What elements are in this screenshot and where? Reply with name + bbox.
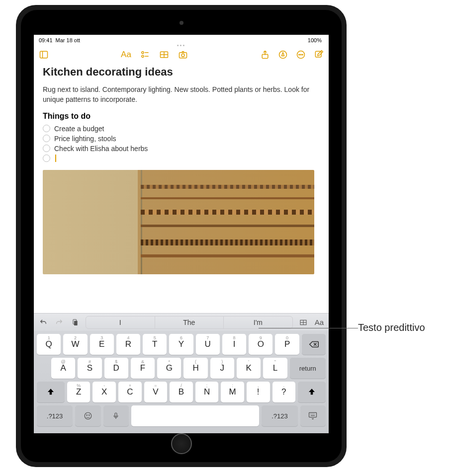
- redo-icon[interactable]: [55, 318, 64, 327]
- check-circle-icon[interactable]: [43, 135, 50, 142]
- keyboard: 1Q 2W 3E 4R 5T 6Y 7U 8I 9O 0P @A #S $D: [34, 331, 329, 433]
- key-shift-right[interactable]: [298, 382, 326, 402]
- key-o[interactable]: 9O: [249, 334, 272, 355]
- key-question[interactable]: .?: [272, 382, 296, 402]
- svg-point-5: [142, 52, 144, 54]
- check-circle-icon[interactable]: [43, 155, 50, 162]
- svg-rect-32: [309, 412, 317, 417]
- checklist-item[interactable]: Check with Elisha about herbs: [43, 144, 320, 154]
- key-r[interactable]: 4R: [116, 334, 140, 355]
- callout-label: Testo predittivo: [358, 322, 425, 333]
- key-q[interactable]: 1Q: [37, 334, 61, 355]
- status-date: Mar 18 ott: [56, 37, 81, 43]
- key-row-4: .?123 .?123: [37, 405, 326, 426]
- sidebar-icon[interactable]: [39, 50, 49, 60]
- compose-icon[interactable]: [314, 50, 324, 60]
- key-backspace[interactable]: [302, 334, 326, 355]
- notes-toolbar: Aa: [34, 49, 329, 63]
- key-s[interactable]: #S: [78, 358, 101, 379]
- key-h[interactable]: (H: [183, 358, 207, 379]
- checklist-label[interactable]: Price lighting, stools: [54, 135, 116, 143]
- note-title[interactable]: Kitchen decorating ideas: [43, 66, 320, 79]
- key-dictation[interactable]: [103, 405, 129, 426]
- key-k[interactable]: 'K: [237, 358, 261, 379]
- predictive-suggestion[interactable]: I: [86, 317, 155, 328]
- note-content[interactable]: Kitchen decorating ideas Rug next to isl…: [34, 63, 329, 313]
- key-l[interactable]: "L: [263, 358, 287, 379]
- svg-point-28: [85, 412, 91, 419]
- svg-point-30: [89, 415, 90, 416]
- key-m[interactable]: :M: [221, 382, 244, 402]
- key-n[interactable]: ;N: [195, 382, 219, 402]
- svg-rect-3: [40, 51, 48, 58]
- more-icon[interactable]: [296, 50, 306, 60]
- table-icon[interactable]: [159, 50, 169, 60]
- key-a[interactable]: @A: [51, 358, 75, 379]
- key-z[interactable]: %Z: [67, 382, 90, 402]
- checklist-label[interactable]: Create a budget: [54, 125, 104, 133]
- ipad-bezel: 09:41 Mar 18 ott 100% •••: [21, 10, 342, 462]
- key-exclaim[interactable]: ,!: [247, 382, 270, 402]
- svg-point-13: [181, 54, 184, 57]
- svg-point-19: [302, 54, 303, 55]
- key-shift-left[interactable]: [37, 382, 65, 402]
- key-w[interactable]: 2W: [63, 334, 87, 355]
- format-shortcut-icon[interactable]: Aa: [315, 318, 324, 326]
- key-row-2: @A #S $D &F *G (H )J 'K "L return: [37, 358, 326, 379]
- status-time: 09:41: [39, 37, 53, 43]
- clipboard-icon[interactable]: [71, 318, 80, 327]
- key-x[interactable]: -X: [92, 382, 116, 402]
- key-dismiss-keyboard[interactable]: [300, 405, 326, 426]
- markup-icon[interactable]: [278, 50, 288, 60]
- key-numbers-right[interactable]: .?123: [262, 405, 297, 426]
- note-subheading[interactable]: Things to do: [43, 112, 320, 121]
- svg-point-18: [300, 54, 301, 55]
- check-circle-icon[interactable]: [43, 145, 50, 152]
- key-i[interactable]: 8I: [222, 334, 246, 355]
- key-emoji[interactable]: [75, 405, 100, 426]
- key-v[interactable]: =V: [144, 382, 168, 402]
- undo-icon[interactable]: [39, 318, 48, 327]
- svg-point-7: [142, 55, 144, 57]
- key-j[interactable]: )J: [210, 358, 234, 379]
- key-f[interactable]: &F: [131, 358, 155, 379]
- checklist-item[interactable]: Create a budget: [43, 124, 320, 134]
- key-b[interactable]: /B: [170, 382, 193, 402]
- checklist[interactable]: Create a budget Price lighting, stools C…: [43, 124, 320, 163]
- key-row-1: 1Q 2W 3E 4R 5T 6Y 7U 8I 9O 0P: [37, 334, 326, 355]
- battery-percent: 100%: [308, 37, 322, 43]
- predictive-suggestion[interactable]: The: [155, 317, 224, 328]
- checklist-item[interactable]: [43, 154, 320, 163]
- svg-rect-31: [115, 413, 117, 416]
- multitask-dots[interactable]: •••: [34, 44, 329, 49]
- checklist-icon[interactable]: [140, 50, 150, 60]
- text-cursor: [55, 155, 56, 162]
- key-u[interactable]: 7U: [196, 334, 220, 355]
- format-text-icon[interactable]: Aa: [121, 50, 131, 60]
- checklist-item[interactable]: Price lighting, stools: [43, 134, 320, 144]
- key-y[interactable]: 6Y: [169, 334, 193, 355]
- svg-point-29: [87, 415, 88, 416]
- key-numbers-left[interactable]: .?123: [37, 405, 73, 426]
- share-icon[interactable]: [260, 50, 270, 60]
- home-button[interactable]: [171, 433, 192, 454]
- check-circle-icon[interactable]: [43, 125, 50, 132]
- key-t[interactable]: 5T: [143, 334, 167, 355]
- key-p[interactable]: 0P: [275, 334, 299, 355]
- predictive-suggestion[interactable]: I'm: [224, 317, 292, 328]
- svg-rect-12: [179, 53, 186, 58]
- key-g[interactable]: *G: [157, 358, 181, 379]
- checklist-label[interactable]: Check with Elisha about herbs: [54, 145, 148, 153]
- camera-icon[interactable]: [178, 50, 188, 60]
- note-image[interactable]: [43, 170, 314, 274]
- key-c[interactable]: +C: [118, 382, 142, 402]
- key-d[interactable]: $D: [104, 358, 128, 379]
- svg-point-17: [299, 54, 300, 55]
- note-paragraph[interactable]: Rug next to island. Contemporary lightin…: [43, 84, 320, 105]
- key-space[interactable]: [131, 405, 259, 426]
- ipad-frame: 09:41 Mar 18 ott 100% •••: [16, 5, 347, 467]
- key-e[interactable]: 3E: [90, 334, 114, 355]
- key-return[interactable]: return: [290, 358, 326, 379]
- key-row-3: %Z -X +C =V /B ;N :M ,! .?: [37, 382, 326, 402]
- table-shortcut-icon[interactable]: [299, 318, 308, 327]
